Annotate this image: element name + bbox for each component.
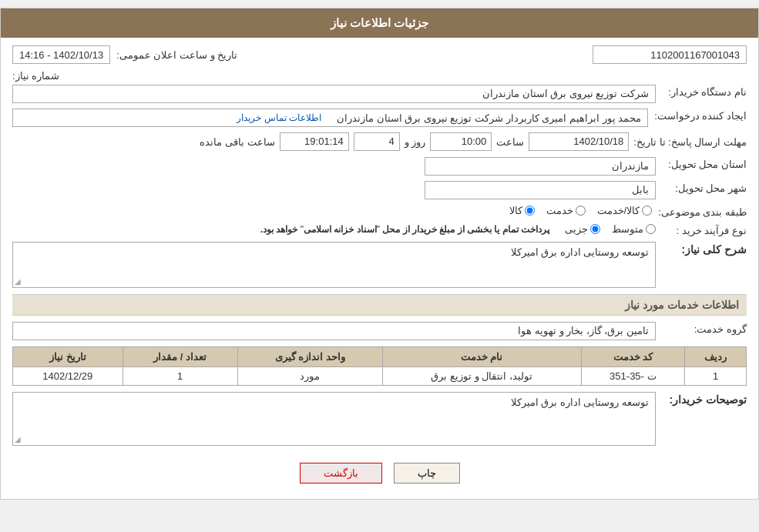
buyer-org-label: نام دستگاه خریدار: [662, 85, 747, 98]
radio-medium[interactable] [646, 224, 656, 234]
service-group-row: گروه خدمت: تامین برق، گاز، بخار و تهویه … [12, 322, 747, 340]
purchase-type-label: نوع فرآیند خرید : [662, 223, 747, 236]
announce-value: 1402/10/13 - 14:16 [12, 45, 110, 64]
table-header-row: ردیف کد خدمت نام خدمت واحد اندازه گیری ت… [13, 347, 747, 367]
contact-link[interactable]: اطلاعات تماس خریدار [237, 112, 321, 123]
city-value: بابل [425, 181, 656, 199]
purchase-type-row: نوع فرآیند خرید : متوسط جزیی پرداخت تمام… [12, 223, 747, 236]
buyer-desc-container: توسعه روستایی اداره برق امیرکلا ◢ [12, 392, 656, 446]
deadline-days-label: روز و [405, 136, 426, 148]
category-option-kala[interactable]: کالا [509, 205, 535, 216]
category-label: طبقه بندی موضوعی: [658, 205, 747, 218]
col-unit: واحد اندازه گیری [237, 347, 382, 367]
category-label-khedmat: خدمت [546, 205, 573, 216]
category-option-khedmat[interactable]: خدمت [546, 205, 586, 216]
cell-code: ت -35-351 [581, 367, 685, 386]
col-name: نام خدمت [382, 347, 581, 367]
purchase-type-radio-group: متوسط جزیی [565, 223, 656, 235]
deadline-remaining-label: ساعت باقی مانده [200, 136, 274, 148]
deadline-date: 1402/10/18 [529, 132, 629, 151]
deadline-remaining: 19:01:14 [280, 132, 349, 151]
need-desc-box: توسعه روستایی اداره برق امیرکلا ◢ [12, 242, 656, 288]
page-title: جزئیات اطلاعات نیاز [1, 8, 758, 38]
purchase-type-minor[interactable]: جزیی [565, 223, 600, 235]
need-desc-container: توسعه روستایی اداره برق امیرکلا ◢ [12, 242, 656, 288]
category-label-kala-khedmat: کالا/خدمت [597, 205, 640, 216]
creator-label: ایجاد کننده درخواست: [654, 109, 747, 122]
service-group-value: تامین برق، گاز، بخار و تهویه هوا [12, 322, 656, 340]
services-table: ردیف کد خدمت نام خدمت واحد اندازه گیری ت… [12, 346, 747, 386]
print-button[interactable]: چاپ [394, 463, 460, 483]
creator-value-row: محمد پور ابراهیم امیری کاربردار شرکت توز… [12, 109, 648, 127]
radio-kala[interactable] [525, 206, 535, 216]
col-date: تاریخ نیاز [13, 347, 123, 367]
ptype-medium-label: متوسط [612, 223, 643, 235]
cell-qty: 1 [123, 367, 237, 386]
purchase-note-bold: اسناد خزانه اسلامی [304, 224, 377, 235]
deadline-time-label: ساعت [496, 136, 524, 148]
creator-value: محمد پور ابراهیم امیری کاربردار شرکت توز… [337, 112, 641, 124]
announce-row: 1102001167001043 تاریخ و ساعت اعلان عموم… [12, 45, 747, 64]
col-qty: تعداد / مقدار [123, 347, 237, 367]
need-desc-row: شرح کلی نیاز: توسعه روستایی اداره برق ام… [12, 242, 747, 288]
cell-name: تولید، انتقال و توزیع برق [382, 367, 581, 386]
deadline-time: 10:00 [430, 132, 492, 151]
content-area: 1102001167001043 تاریخ و ساعت اعلان عموم… [1, 38, 758, 499]
cell-row: 1 [685, 367, 747, 386]
buyer-desc-row: توصیحات خریدار: توسعه روستایی اداره برق … [12, 392, 747, 446]
footer-buttons: چاپ بازگشت [12, 451, 747, 491]
radio-minor[interactable] [590, 224, 600, 234]
resize-icon-buyer: ◢ [15, 435, 21, 443]
deadline-row: مهلت ارسال پاسخ: تا تاریخ: 1402/10/18 سا… [12, 132, 747, 151]
col-code: کد خدمت [581, 347, 685, 367]
category-row: طبقه بندی موضوعی: کالا/خدمت خدمت کالا [12, 205, 747, 218]
announce-label: تاریخ و ساعت اعلان عمومی: [116, 49, 237, 61]
ptype-minor-label: جزیی [565, 223, 588, 235]
radio-khedmat[interactable] [576, 206, 586, 216]
services-section-title: اطلاعات خدمات مورد نیاز [12, 294, 747, 316]
province-row: استان محل تحویل: مازندران [12, 157, 747, 176]
resize-icon: ◢ [15, 277, 21, 286]
need-number-label: شماره نیاز: [12, 70, 59, 82]
purchase-note-start: پرداخت تمام یا بخشی از مبلغ خریدار از مح… [382, 224, 549, 235]
category-label-kala: کالا [509, 205, 522, 216]
need-number-value: 1102001167001043 [593, 45, 747, 64]
buyer-desc-label: توصیحات خریدار: [662, 392, 747, 406]
page-wrapper: جزئیات اطلاعات نیاز 1102001167001043 تار… [0, 8, 759, 500]
need-desc-label: شرح کلی نیاز: [662, 242, 747, 256]
back-button[interactable]: بازگشت [300, 463, 382, 483]
buyer-org-row: نام دستگاه خریدار: شرکت توزیع نیروی برق … [12, 85, 747, 103]
cell-date: 1402/12/29 [13, 367, 123, 386]
creator-row: ایجاد کننده درخواست: محمد پور ابراهیم ام… [12, 109, 747, 127]
province-value: مازندران [425, 157, 656, 176]
buyer-desc-value: توسعه روستایی اداره برق امیرکلا [511, 396, 649, 408]
need-desc-value: توسعه روستایی اداره برق امیرکلا [511, 246, 649, 258]
purchase-note-end: خواهد بود. [260, 224, 298, 235]
city-label: شهر محل تحویل: [662, 181, 747, 194]
col-row: ردیف [685, 347, 747, 367]
category-radio-group: کالا/خدمت خدمت کالا [509, 205, 653, 216]
need-number-row: شماره نیاز: [12, 70, 747, 82]
deadline-label: مهلت ارسال پاسخ: تا تاریخ: [633, 136, 747, 148]
buyer-desc-box: توسعه روستایی اداره برق امیرکلا ◢ [12, 392, 656, 446]
purchase-type-content: متوسط جزیی پرداخت تمام یا بخشی از مبلغ خ… [260, 223, 656, 235]
purchase-type-medium[interactable]: متوسط [612, 223, 656, 235]
province-label: استان محل تحویل: [662, 157, 747, 170]
table-row: 1 ت -35-351 تولید، انتقال و توزیع برق مو… [13, 367, 747, 386]
city-row: شهر محل تحویل: بابل [12, 181, 747, 199]
cell-unit: مورد [237, 367, 382, 386]
deadline-days: 4 [354, 132, 400, 151]
category-option-kala-khedmat[interactable]: کالا/خدمت [597, 205, 653, 216]
purchase-note: پرداخت تمام یا بخشی از مبلغ خریدار از مح… [260, 224, 549, 235]
buyer-org-value: شرکت توزیع نیروی برق استان مازندران [12, 85, 656, 103]
service-group-label: گروه خدمت: [662, 322, 747, 335]
radio-kala-khedmat[interactable] [642, 206, 652, 216]
